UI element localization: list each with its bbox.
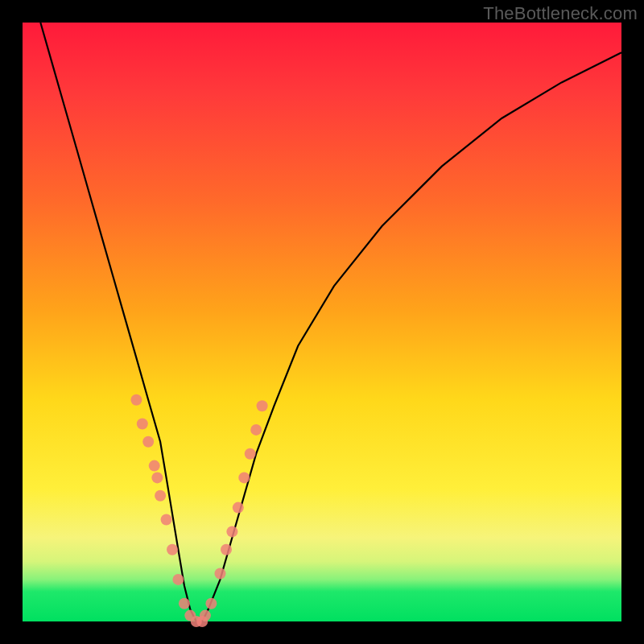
curve-marker [226,526,237,537]
curve-marker [149,460,160,472]
curve-marker [151,472,163,483]
bottleneck-curve [40,23,621,621]
plot-area [23,23,621,621]
curve-marker [179,598,190,609]
curve-marker [205,598,217,609]
curve-marker [167,544,178,555]
curve-marker [245,448,256,460]
curve-marker [161,514,172,526]
marker-group [130,394,267,627]
curve-marker [137,419,148,430]
curve-marker [233,502,244,514]
curve-marker [130,394,142,406]
curve-marker [250,424,262,436]
curve-marker [215,568,226,580]
curve-marker [238,472,250,483]
curve-marker [172,574,184,585]
bottleneck-curve-svg [23,23,621,621]
curve-marker [142,436,154,448]
chart-frame: TheBottleneck.com [0,0,644,644]
curve-marker [200,610,211,621]
curve-marker [257,400,268,411]
curve-marker [155,490,166,502]
watermark-text: TheBottleneck.com [483,3,638,24]
curve-marker [221,544,232,555]
